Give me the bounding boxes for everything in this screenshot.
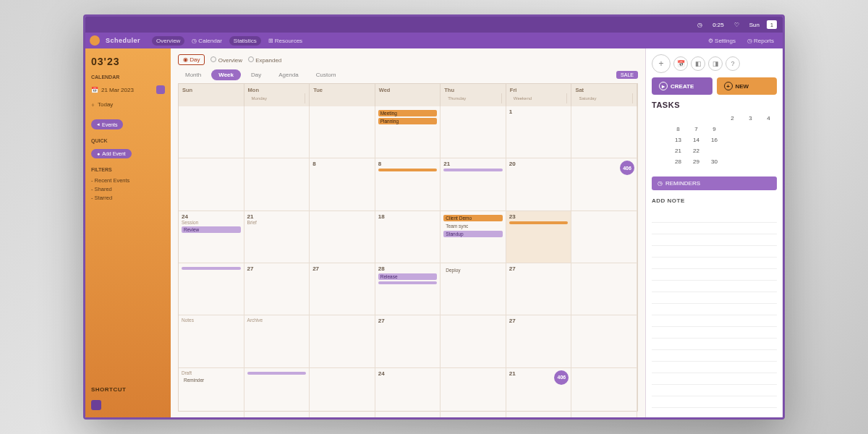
filter-item[interactable]: Starred bbox=[91, 194, 165, 203]
view-agenda[interactable]: Agenda bbox=[271, 69, 306, 80]
tab-overview[interactable]: Overview bbox=[210, 56, 242, 64]
calendar-cell[interactable]: 8 bbox=[310, 158, 375, 210]
mini-cal-day[interactable] bbox=[742, 124, 759, 134]
titlebar-profile[interactable]: 1 bbox=[767, 20, 777, 29]
calendar-event[interactable]: Team sync bbox=[443, 223, 503, 229]
mini-cal-day[interactable]: 14 bbox=[688, 135, 705, 145]
mini-cal-day[interactable] bbox=[652, 135, 668, 145]
calendar-event[interactable] bbox=[378, 169, 438, 171]
calendar-nav-icon[interactable]: 📅 bbox=[91, 87, 98, 93]
sidebar-events-link[interactable]: ◂ Events bbox=[91, 119, 123, 129]
panel-left-icon[interactable]: ◧ bbox=[691, 56, 705, 71]
filter-item[interactable]: Shared bbox=[91, 185, 165, 194]
calendar-cell[interactable]: 23 bbox=[506, 211, 572, 263]
mini-cal-day[interactable] bbox=[706, 146, 723, 156]
calendar-cell[interactable]: 21406 bbox=[506, 368, 572, 417]
mini-cal-day[interactable] bbox=[742, 146, 759, 156]
mini-cal-day[interactable]: 16 bbox=[706, 135, 723, 145]
calendar-cell[interactable] bbox=[310, 106, 375, 158]
mini-cal-day[interactable] bbox=[742, 135, 759, 145]
mini-cal-day[interactable] bbox=[760, 146, 777, 156]
calendar-cell[interactable]: 21Brief bbox=[244, 211, 310, 263]
mini-cal-day[interactable]: 3 bbox=[742, 114, 759, 123]
sidebar-date-marker-icon[interactable] bbox=[156, 85, 165, 94]
calendar-event[interactable]: Planning bbox=[378, 118, 438, 124]
calendar-cell[interactable] bbox=[244, 368, 310, 417]
filter-item[interactable]: Recent Events bbox=[91, 176, 165, 185]
calendar-event[interactable]: Review bbox=[182, 226, 241, 233]
mini-cal-day[interactable] bbox=[760, 124, 777, 134]
menu-resources[interactable]: ⊞ Resources bbox=[264, 36, 307, 46]
calendar-cell[interactable] bbox=[179, 263, 244, 315]
calendar-cell[interactable]: Deploy bbox=[441, 263, 506, 315]
calendar-cell[interactable] bbox=[571, 263, 637, 315]
calendar-cell[interactable] bbox=[571, 106, 637, 158]
calendar-event[interactable] bbox=[378, 281, 438, 284]
reminders-section[interactable]: ◷ REMINDERS bbox=[652, 176, 777, 190]
calendar-cell[interactable]: MeetingPlanning bbox=[375, 106, 441, 158]
calendar-cell[interactable] bbox=[571, 368, 637, 417]
mini-cal-day[interactable]: 22 bbox=[688, 146, 705, 156]
calendar-cell[interactable] bbox=[571, 211, 637, 263]
calendar-cell[interactable]: 18 bbox=[375, 211, 441, 263]
calendar-cell[interactable]: Archive bbox=[244, 315, 310, 367]
panel-right-icon[interactable]: ◨ bbox=[708, 56, 723, 71]
calendar-cell[interactable]: 27 bbox=[506, 263, 572, 315]
mini-cal-day[interactable]: 28 bbox=[670, 157, 686, 166]
add-event-button[interactable]: ● Add Event bbox=[91, 149, 132, 158]
calendar-event[interactable]: Client Demo bbox=[443, 215, 503, 221]
mini-cal-day[interactable]: 2 bbox=[724, 114, 741, 123]
mini-cal-day[interactable] bbox=[670, 114, 686, 123]
menu-overview[interactable]: Overview bbox=[152, 36, 184, 46]
calendar-cell[interactable] bbox=[310, 211, 375, 263]
mini-cal-day[interactable] bbox=[652, 146, 668, 156]
calendar-cell[interactable]: 406 bbox=[571, 158, 637, 210]
calendar-event[interactable]: Meeting bbox=[378, 110, 438, 116]
calendar-cell[interactable]: 27 bbox=[506, 315, 572, 367]
mini-cal-day[interactable] bbox=[760, 135, 777, 145]
mini-cal-day[interactable]: 30 bbox=[706, 157, 723, 166]
calendar-event[interactable]: Deploy bbox=[443, 267, 503, 273]
mini-calendar[interactable]: 2348791314162122282930 bbox=[652, 114, 777, 166]
new-button[interactable]: +NEW bbox=[717, 77, 778, 95]
calendar-event[interactable] bbox=[509, 221, 569, 224]
mini-cal-day[interactable] bbox=[742, 157, 759, 166]
mini-cal-day[interactable] bbox=[724, 157, 741, 166]
calendar-event[interactable] bbox=[182, 267, 241, 270]
calendar-cell[interactable]: 8 bbox=[375, 158, 441, 210]
mini-cal-day[interactable]: 7 bbox=[688, 124, 705, 134]
mini-cal-day[interactable] bbox=[724, 124, 741, 134]
calendar-cell[interactable]: 27 bbox=[375, 315, 441, 367]
menu-statistics[interactable]: Statistics bbox=[229, 36, 261, 46]
calendar-cell[interactable]: 20 bbox=[506, 158, 572, 210]
mini-cal-day[interactable] bbox=[652, 114, 668, 123]
calendar-cell[interactable]: DraftReminder bbox=[179, 368, 244, 417]
mini-cal-day[interactable]: 8 bbox=[670, 124, 686, 134]
calendar-cell[interactable]: 27 bbox=[244, 263, 310, 315]
calendar-cell[interactable] bbox=[310, 368, 375, 417]
calendar-event[interactable]: Reminder bbox=[182, 377, 241, 383]
mini-cal-day[interactable] bbox=[724, 146, 741, 156]
view-custom[interactable]: Custom bbox=[309, 69, 344, 80]
menu-calendar[interactable]: ◷ Calendar bbox=[187, 36, 226, 46]
calendar-cell[interactable]: 27 bbox=[310, 263, 375, 315]
view-day[interactable]: Day bbox=[244, 69, 268, 80]
tab-expanded[interactable]: Expanded bbox=[248, 56, 281, 64]
mini-cal-day[interactable] bbox=[760, 157, 777, 166]
menu-reports[interactable]: ◷ Reports bbox=[743, 36, 778, 46]
help-icon[interactable]: ? bbox=[726, 56, 740, 71]
calendar-cell[interactable]: 28Release bbox=[375, 263, 441, 315]
mini-cal-day[interactable] bbox=[724, 135, 741, 145]
tab-day[interactable]: ◉ Day bbox=[178, 54, 205, 65]
sidebar-shortcut-button[interactable] bbox=[91, 400, 101, 410]
mini-cal-day[interactable]: 29 bbox=[688, 157, 705, 166]
calendar-event[interactable]: Standup bbox=[443, 231, 503, 237]
mini-cal-day[interactable] bbox=[688, 114, 705, 123]
create-button[interactable]: ▸CREATE bbox=[652, 77, 712, 95]
notes-area[interactable] bbox=[652, 211, 777, 412]
calendar-cell[interactable]: 24SessionReview bbox=[179, 211, 244, 263]
menu-settings[interactable]: ⚙ Settings bbox=[704, 36, 740, 46]
calendar-cell[interactable] bbox=[244, 106, 310, 158]
mini-cal-day[interactable] bbox=[652, 157, 668, 166]
calendar-cell[interactable] bbox=[179, 106, 244, 158]
